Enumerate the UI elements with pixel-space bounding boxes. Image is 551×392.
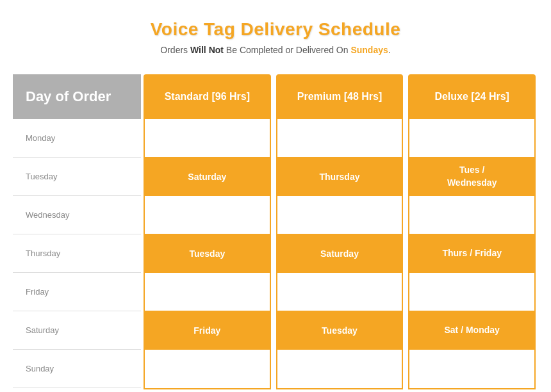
delivery-cell: [409, 119, 534, 158]
delivery-cell: Saturday: [145, 158, 270, 196]
schedule-table: Day of Order Standard [96 Hrs] Premium […: [13, 74, 538, 389]
day-label: Monday: [13, 119, 141, 158]
delivery-cell: Saturday: [277, 234, 402, 273]
page-title: Voice Tag Delivery Schedule: [151, 19, 401, 40]
delivery-cell: Tuesday: [277, 311, 402, 350]
delivery-cell: [409, 273, 534, 311]
day-label: Tuesday: [13, 158, 141, 196]
day-label: Wednesday: [13, 196, 141, 234]
delivery-cell: Thurs / Friday: [409, 234, 534, 273]
subtitle-end: .: [388, 45, 391, 55]
header-deluxe: Deluxe [24 Hrs]: [408, 74, 536, 119]
delivery-cell: Thursday: [277, 158, 402, 196]
header-standard: Standard [96 Hrs]: [144, 74, 271, 119]
delivery-cell: [277, 350, 402, 388]
delivery-cell: [409, 350, 534, 388]
header-day-of-order: Day of Order: [13, 74, 141, 119]
delivery-cell: [277, 273, 402, 311]
premium-column: ThursdaySaturdayTuesday: [276, 119, 404, 389]
standard-column: SaturdayTuesdayFriday: [144, 119, 271, 389]
subtitle-mid: Be Completed or Delivered On: [224, 45, 350, 55]
subtitle-pre: Orders: [160, 45, 190, 55]
delivery-cell: Friday: [145, 311, 270, 350]
day-label: Thursday: [13, 234, 141, 273]
delivery-cell: [145, 119, 270, 158]
delivery-cell: Tuesday: [145, 234, 270, 273]
header-premium: Premium [48 Hrs]: [276, 74, 404, 119]
subtitle-day: Sundays: [350, 45, 388, 55]
delivery-cell: Tues / Wednesday: [409, 158, 534, 196]
subtitle-strong: Will Not: [190, 45, 224, 55]
deluxe-column: Tues / WednesdayThurs / FridaySat / Mond…: [408, 119, 536, 389]
day-label: Saturday: [13, 311, 141, 350]
days-column: MondayTuesdayWednesdayThursdayFridaySatu…: [13, 119, 141, 389]
delivery-cell: [277, 196, 402, 234]
delivery-cell: [409, 196, 534, 234]
delivery-cell: [145, 273, 270, 311]
day-label: Friday: [13, 273, 141, 311]
day-label: Sunday: [13, 350, 141, 388]
delivery-cell: Sat / Monday: [409, 311, 534, 350]
delivery-cell: [145, 350, 270, 388]
delivery-cell: [145, 196, 270, 234]
subtitle: Orders Will Not Be Completed or Delivere…: [160, 45, 390, 55]
delivery-cell: [277, 119, 402, 158]
